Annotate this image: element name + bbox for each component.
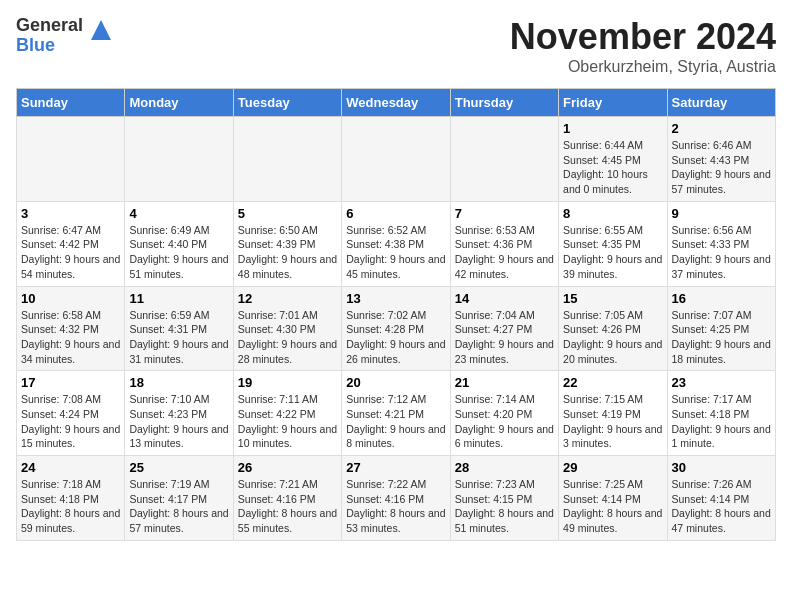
day-cell: 3Sunrise: 6:47 AMSunset: 4:42 PMDaylight… [17,201,125,286]
day-cell: 13Sunrise: 7:02 AMSunset: 4:28 PMDayligh… [342,286,450,371]
logo-icon [87,16,115,44]
day-header-saturday: Saturday [667,89,775,117]
day-cell: 24Sunrise: 7:18 AMSunset: 4:18 PMDayligh… [17,456,125,541]
day-cell [233,117,341,202]
day-info: Sunrise: 7:21 AMSunset: 4:16 PMDaylight:… [238,477,337,536]
day-cell: 14Sunrise: 7:04 AMSunset: 4:27 PMDayligh… [450,286,558,371]
day-cell [450,117,558,202]
day-number: 15 [563,291,662,306]
day-info: Sunrise: 7:22 AMSunset: 4:16 PMDaylight:… [346,477,445,536]
day-cell [17,117,125,202]
day-cell: 17Sunrise: 7:08 AMSunset: 4:24 PMDayligh… [17,371,125,456]
day-header-friday: Friday [559,89,667,117]
location: Oberkurzheim, Styria, Austria [510,58,776,76]
day-info: Sunrise: 7:19 AMSunset: 4:17 PMDaylight:… [129,477,228,536]
day-cell: 2Sunrise: 6:46 AMSunset: 4:43 PMDaylight… [667,117,775,202]
day-number: 28 [455,460,554,475]
day-cell: 20Sunrise: 7:12 AMSunset: 4:21 PMDayligh… [342,371,450,456]
month-title: November 2024 [510,16,776,58]
day-info: Sunrise: 7:01 AMSunset: 4:30 PMDaylight:… [238,308,337,367]
day-cell: 30Sunrise: 7:26 AMSunset: 4:14 PMDayligh… [667,456,775,541]
day-info: Sunrise: 7:23 AMSunset: 4:15 PMDaylight:… [455,477,554,536]
day-header-monday: Monday [125,89,233,117]
day-header-wednesday: Wednesday [342,89,450,117]
week-row-5: 24Sunrise: 7:18 AMSunset: 4:18 PMDayligh… [17,456,776,541]
day-cell: 27Sunrise: 7:22 AMSunset: 4:16 PMDayligh… [342,456,450,541]
week-row-1: 1Sunrise: 6:44 AMSunset: 4:45 PMDaylight… [17,117,776,202]
day-number: 14 [455,291,554,306]
day-number: 5 [238,206,337,221]
week-row-2: 3Sunrise: 6:47 AMSunset: 4:42 PMDaylight… [17,201,776,286]
day-info: Sunrise: 7:15 AMSunset: 4:19 PMDaylight:… [563,392,662,451]
day-info: Sunrise: 6:56 AMSunset: 4:33 PMDaylight:… [672,223,771,282]
day-number: 21 [455,375,554,390]
day-info: Sunrise: 6:49 AMSunset: 4:40 PMDaylight:… [129,223,228,282]
day-info: Sunrise: 7:26 AMSunset: 4:14 PMDaylight:… [672,477,771,536]
day-cell [125,117,233,202]
day-number: 23 [672,375,771,390]
day-info: Sunrise: 6:46 AMSunset: 4:43 PMDaylight:… [672,138,771,197]
day-cell: 23Sunrise: 7:17 AMSunset: 4:18 PMDayligh… [667,371,775,456]
day-cell: 16Sunrise: 7:07 AMSunset: 4:25 PMDayligh… [667,286,775,371]
day-number: 12 [238,291,337,306]
day-number: 22 [563,375,662,390]
day-cell: 10Sunrise: 6:58 AMSunset: 4:32 PMDayligh… [17,286,125,371]
day-number: 20 [346,375,445,390]
day-cell: 18Sunrise: 7:10 AMSunset: 4:23 PMDayligh… [125,371,233,456]
logo-text: General Blue [16,16,83,56]
day-cell: 15Sunrise: 7:05 AMSunset: 4:26 PMDayligh… [559,286,667,371]
day-cell: 29Sunrise: 7:25 AMSunset: 4:14 PMDayligh… [559,456,667,541]
week-row-4: 17Sunrise: 7:08 AMSunset: 4:24 PMDayligh… [17,371,776,456]
day-number: 19 [238,375,337,390]
day-info: Sunrise: 7:18 AMSunset: 4:18 PMDaylight:… [21,477,120,536]
day-cell: 1Sunrise: 6:44 AMSunset: 4:45 PMDaylight… [559,117,667,202]
day-info: Sunrise: 7:25 AMSunset: 4:14 PMDaylight:… [563,477,662,536]
day-cell: 19Sunrise: 7:11 AMSunset: 4:22 PMDayligh… [233,371,341,456]
day-info: Sunrise: 7:02 AMSunset: 4:28 PMDaylight:… [346,308,445,367]
day-number: 13 [346,291,445,306]
day-number: 2 [672,121,771,136]
day-number: 29 [563,460,662,475]
calendar-table: SundayMondayTuesdayWednesdayThursdayFrid… [16,88,776,541]
day-info: Sunrise: 6:55 AMSunset: 4:35 PMDaylight:… [563,223,662,282]
day-info: Sunrise: 6:52 AMSunset: 4:38 PMDaylight:… [346,223,445,282]
day-header-thursday: Thursday [450,89,558,117]
day-number: 24 [21,460,120,475]
day-number: 9 [672,206,771,221]
day-cell: 21Sunrise: 7:14 AMSunset: 4:20 PMDayligh… [450,371,558,456]
day-number: 30 [672,460,771,475]
day-info: Sunrise: 7:14 AMSunset: 4:20 PMDaylight:… [455,392,554,451]
day-number: 6 [346,206,445,221]
day-info: Sunrise: 6:44 AMSunset: 4:45 PMDaylight:… [563,138,662,197]
day-cell: 9Sunrise: 6:56 AMSunset: 4:33 PMDaylight… [667,201,775,286]
day-number: 16 [672,291,771,306]
week-row-3: 10Sunrise: 6:58 AMSunset: 4:32 PMDayligh… [17,286,776,371]
day-info: Sunrise: 6:58 AMSunset: 4:32 PMDaylight:… [21,308,120,367]
day-cell: 25Sunrise: 7:19 AMSunset: 4:17 PMDayligh… [125,456,233,541]
day-number: 17 [21,375,120,390]
day-number: 11 [129,291,228,306]
day-cell: 4Sunrise: 6:49 AMSunset: 4:40 PMDaylight… [125,201,233,286]
day-header-row: SundayMondayTuesdayWednesdayThursdayFrid… [17,89,776,117]
logo-line1: General [16,16,83,36]
day-cell: 12Sunrise: 7:01 AMSunset: 4:30 PMDayligh… [233,286,341,371]
day-cell: 22Sunrise: 7:15 AMSunset: 4:19 PMDayligh… [559,371,667,456]
day-cell: 6Sunrise: 6:52 AMSunset: 4:38 PMDaylight… [342,201,450,286]
day-info: Sunrise: 7:11 AMSunset: 4:22 PMDaylight:… [238,392,337,451]
day-number: 4 [129,206,228,221]
svg-marker-0 [91,20,111,40]
day-info: Sunrise: 6:50 AMSunset: 4:39 PMDaylight:… [238,223,337,282]
day-info: Sunrise: 7:08 AMSunset: 4:24 PMDaylight:… [21,392,120,451]
day-info: Sunrise: 6:59 AMSunset: 4:31 PMDaylight:… [129,308,228,367]
logo-line2: Blue [16,36,83,56]
day-cell: 11Sunrise: 6:59 AMSunset: 4:31 PMDayligh… [125,286,233,371]
day-number: 10 [21,291,120,306]
day-header-sunday: Sunday [17,89,125,117]
day-number: 3 [21,206,120,221]
day-info: Sunrise: 6:47 AMSunset: 4:42 PMDaylight:… [21,223,120,282]
day-info: Sunrise: 7:10 AMSunset: 4:23 PMDaylight:… [129,392,228,451]
day-cell: 5Sunrise: 6:50 AMSunset: 4:39 PMDaylight… [233,201,341,286]
day-cell: 8Sunrise: 6:55 AMSunset: 4:35 PMDaylight… [559,201,667,286]
day-number: 8 [563,206,662,221]
day-cell [342,117,450,202]
